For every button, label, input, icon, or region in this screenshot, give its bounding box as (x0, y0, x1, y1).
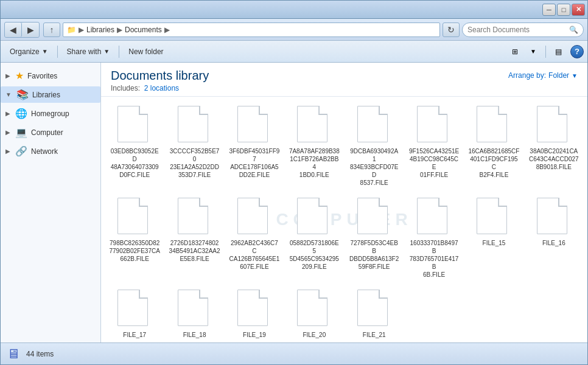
sidebar: ▶ ★ Favorites ▼ 📚 Libraries ▶ 🌐 Homegrou… (1, 63, 101, 342)
file-icon-wrapper (237, 106, 271, 145)
file-item[interactable]: 2962AB2C436C7CCA126B765645E1607E.FILE (226, 193, 283, 283)
file-item[interactable]: FILE_16 (525, 193, 583, 283)
locations-link[interactable]: 2 locations (144, 84, 179, 92)
document-icon (357, 106, 388, 142)
forward-button[interactable]: ▶ (22, 23, 39, 37)
sidebar-item-libraries[interactable]: ▼ 📚 Libraries (1, 86, 100, 103)
doc-corner (200, 198, 208, 206)
file-icon-wrapper (117, 106, 152, 145)
new-folder-button[interactable]: New folder (123, 43, 169, 60)
arrange-by-value[interactable]: Folder (548, 71, 569, 80)
file-icon-wrapper (178, 198, 212, 237)
file-name: 7A8A78AF289B381C1FB726AB2BB41BD0.FILE (289, 147, 340, 179)
doc-corner (259, 106, 268, 114)
file-item[interactable]: FILE_20 (285, 285, 343, 342)
file-item[interactable]: FILE_21 (346, 285, 403, 342)
view-dropdown-button[interactable]: ▼ (525, 43, 542, 60)
file-item[interactable]: 3F6DBF45031FF97ADCE178F106A5DD2E.FILE (226, 102, 283, 191)
doc-corner (439, 198, 447, 206)
file-name: 05882D5731806E55D4565C9534295209.FILE (289, 239, 340, 271)
document-icon (237, 198, 268, 234)
file-name: 3F6DBF45031FF97ADCE178F106A5DD2E.FILE (229, 147, 280, 179)
organize-label: Organize (10, 47, 40, 56)
maximize-button[interactable]: □ (557, 4, 570, 16)
address-box[interactable]: 📁 ▶ Libraries ▶ Documents ▶ (63, 23, 440, 37)
file-item[interactable]: 9F1526CA43251E4B19CC98C645CE01FF.FILE (405, 102, 463, 191)
file-name: 38A0BC20241CAC643C4ACCD0278B9018.FILE (529, 147, 579, 171)
computer-icon: 💻 (15, 127, 27, 138)
file-icon-wrapper (417, 198, 451, 237)
path-separator-1: ▶ (79, 26, 84, 34)
file-item[interactable]: 798BC826350D8277902B02FE37CA662B.FILE (106, 193, 163, 283)
file-item[interactable]: 05882D5731806E55D4565C9534295209.FILE (285, 193, 343, 283)
file-icon-wrapper (178, 106, 212, 145)
file-name: FILE_20 (303, 331, 326, 339)
organize-chevron-icon: ▼ (42, 48, 48, 55)
file-item[interactable]: FILE_15 (465, 193, 522, 283)
address-bar-row: ◀ ▶ ↑ 📁 ▶ Libraries ▶ Documents ▶ ↻ 🔍 (1, 19, 587, 41)
document-icon (178, 198, 208, 234)
details-pane-button[interactable]: ▤ (550, 43, 567, 60)
path-separator-3: ▶ (164, 26, 170, 34)
help-button[interactable]: ? (570, 45, 584, 58)
view-toggle-button[interactable]: ⊞ (506, 43, 523, 60)
file-item[interactable]: FILE_18 (166, 285, 223, 342)
path-documents[interactable]: Documents (125, 26, 162, 34)
up-button[interactable]: ↑ (43, 23, 60, 37)
doc-corner (319, 198, 327, 206)
file-item[interactable]: FILE_19 (226, 285, 283, 342)
file-grid-container[interactable]: COMPUTER 03ED8BC93052ED48A73064073309D0F… (101, 97, 587, 342)
sidebar-item-homegroup[interactable]: ▶ 🌐 Homegroup (1, 105, 100, 122)
file-name: 2962AB2C436C7CCA126B765645E1607E.FILE (229, 239, 280, 271)
path-libraries[interactable]: Libraries (86, 26, 114, 34)
document-icon (357, 198, 388, 234)
file-item[interactable]: 160333701B8497B783D765701E417B6B.FILE (405, 193, 463, 283)
sidebar-item-favorites[interactable]: ▶ ★ Favorites (1, 68, 100, 84)
file-icon-wrapper (297, 290, 331, 328)
file-name: 9F1526CA43251E4B19CC98C645CE01FF.FILE (408, 147, 460, 179)
file-item[interactable]: 9DCBA6930492A1834E93BCFD07ED8537.FILE (346, 102, 403, 191)
path-separator-2: ▶ (117, 26, 122, 34)
file-icon-wrapper (297, 106, 331, 145)
doc-corner (379, 290, 388, 298)
close-button[interactable]: ✕ (572, 4, 585, 16)
title-bar-buttons: ─ □ ✕ (542, 4, 585, 16)
file-icon-wrapper (237, 290, 271, 328)
file-icon-wrapper (237, 198, 271, 237)
sidebar-item-network[interactable]: ▶ 🔗 Network (1, 143, 100, 159)
file-item[interactable]: 7278F5D53C4EBBDBDD5B8A613F259F8F.FILE (346, 193, 403, 283)
file-name: 2726D18327480234B5491AC32AA2E5E8.FILE (169, 239, 220, 263)
document-icon (237, 106, 268, 142)
file-name: FILE_16 (542, 239, 565, 247)
doc-corner (559, 106, 567, 114)
document-icon (178, 290, 208, 326)
file-icon-wrapper (297, 198, 331, 237)
main-content: ▶ ★ Favorites ▼ 📚 Libraries ▶ 🌐 Homegrou… (1, 63, 587, 342)
search-box[interactable]: 🔍 (462, 23, 584, 37)
file-item[interactable]: 16CA6B821685CF401C1FD9CF195CB2F4.FILE (465, 102, 522, 191)
back-button[interactable]: ◀ (5, 23, 22, 37)
file-item[interactable]: 38A0BC20241CAC643C4ACCD0278B9018.FILE (525, 102, 583, 191)
arrange-by: Arrange by: Folder ▼ (508, 71, 578, 80)
document-icon (297, 290, 327, 326)
organize-button[interactable]: Organize ▼ (4, 43, 54, 60)
file-icon-wrapper (417, 106, 451, 145)
search-input[interactable] (467, 26, 567, 34)
file-item[interactable]: FILE_17 (106, 285, 163, 342)
status-item-count: 44 items (26, 350, 54, 358)
homegroup-chevron-icon: ▶ (5, 110, 10, 117)
share-with-button[interactable]: Share with ▼ (61, 43, 116, 60)
sidebar-libraries-label: Libraries (32, 91, 60, 99)
file-item[interactable]: 3CCCCF352B5E7023E1A2A52D2DD353D7.FILE (166, 102, 223, 191)
document-icon (117, 290, 148, 326)
file-item[interactable]: 03ED8BC93052ED48A73064073309D0FC.FILE (106, 102, 163, 191)
minimize-button[interactable]: ─ (542, 4, 556, 16)
sidebar-item-computer[interactable]: ▶ 💻 Computer (1, 124, 100, 141)
file-name: 16CA6B821685CF401C1FD9CF195CB2F4.FILE (468, 147, 519, 179)
sidebar-section-computer: ▶ 💻 Computer (1, 124, 100, 141)
file-item[interactable]: 7A8A78AF289B381C1FB726AB2BB41BD0.FILE (285, 102, 343, 191)
refresh-button[interactable]: ↻ (443, 23, 460, 37)
file-item[interactable]: 2726D18327480234B5491AC32AA2E5E8.FILE (166, 193, 223, 283)
file-icon-wrapper (537, 198, 571, 237)
file-icon-wrapper (117, 198, 152, 237)
